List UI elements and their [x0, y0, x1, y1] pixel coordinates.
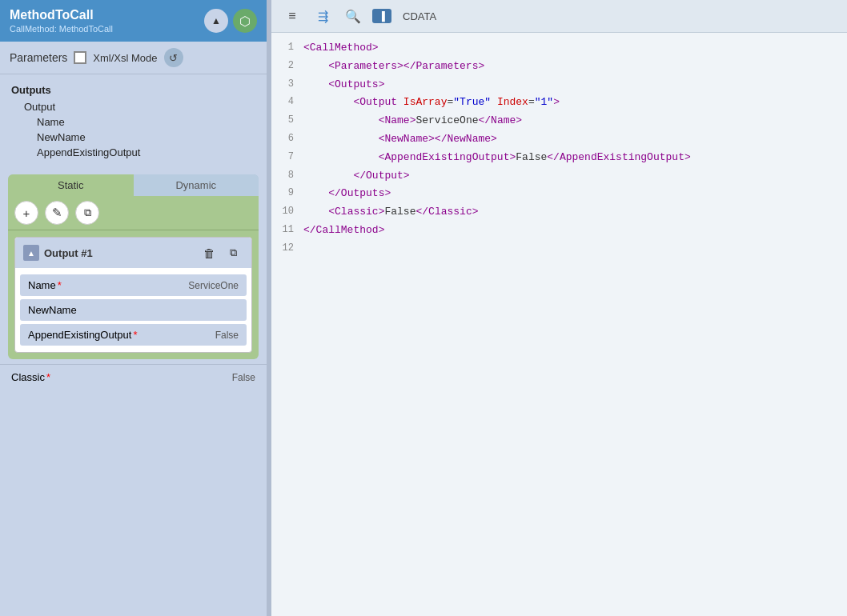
add-button[interactable]: + [14, 201, 38, 225]
code-line: 7 <AppendExistingOutput>False</AppendExi… [271, 149, 847, 167]
required-star-name: * [58, 279, 62, 291]
cdata-label: CDATA [403, 10, 436, 22]
code-area[interactable]: 1<CallMethod>2 <Parameters></Parameters>… [271, 33, 847, 616]
code-line: 6 <NewName></NewName> [271, 130, 847, 149]
field-label-newname: NewName [28, 304, 77, 316]
header-icons: ▲ ⬡ [204, 9, 257, 33]
left-panel: MethodToCall CallMethod: MethodToCall ▲ … [0, 0, 268, 616]
tab-dynamic[interactable]: Dynamic [134, 174, 259, 196]
code-line: 5 <Name>ServiceOne</Name> [271, 112, 847, 130]
field-row-newname: NewName [20, 299, 247, 321]
collapse-button[interactable]: ▲ [204, 9, 228, 33]
code-line: 1<CallMethod> [271, 39, 847, 58]
required-star-append: * [133, 329, 137, 341]
classic-label: Classic* [11, 371, 50, 383]
refresh-header-button[interactable]: ⬡ [233, 9, 257, 33]
code-line: 9 </Outputs> [271, 185, 847, 203]
field-label-name: Name* [28, 279, 62, 291]
parameters-label: Parameters [10, 51, 67, 64]
code-line: 8 </Output> [271, 167, 847, 186]
search-button[interactable]: 🔍 [342, 5, 364, 27]
refresh-button[interactable]: ↺ [164, 48, 183, 67]
code-line: 11</CallMethod> [271, 222, 847, 240]
tree-append: AppendExistingOutput [11, 145, 255, 160]
field-value-name: ServiceOne [188, 280, 239, 291]
output-collapse-button[interactable]: ▲ [23, 245, 39, 261]
edit-button[interactable]: ✎ [45, 201, 69, 225]
output-section: ▲ Output #1 🗑 ⧉ Name* ServiceOne [8, 230, 259, 359]
header-title-block: MethodToCall CallMethod: MethodToCall [10, 8, 113, 34]
xml-xsl-checkbox[interactable] [74, 51, 86, 64]
code-line: 3 <Outputs> [271, 76, 847, 94]
tree-name: Name [11, 114, 255, 130]
code-line: 4 <Output IsArray="True" Index="1"> [271, 94, 847, 112]
tree-outputs: Outputs [11, 82, 255, 98]
output-card-actions: 🗑 ⧉ [199, 242, 243, 263]
field-label-append: AppendExistingOutput* [28, 329, 137, 341]
output-card-title: ▲ Output #1 [23, 245, 93, 261]
delete-output-button[interactable]: 🗑 [199, 242, 219, 263]
tab-static[interactable]: Static [8, 174, 134, 196]
output-card-header: ▲ Output #1 🗑 ⧉ [15, 238, 251, 268]
output-card: ▲ Output #1 🗑 ⧉ Name* ServiceOne [14, 237, 252, 353]
code-line: 12 [271, 240, 847, 257]
tree-section: Outputs Output Name NewName AppendExisti… [0, 74, 267, 168]
static-toolbar: + ✎ ⧉ [8, 196, 259, 230]
tabs-container: Static Dynamic [8, 174, 259, 196]
panel-title: MethodToCall [10, 8, 113, 22]
copy-button[interactable]: ⧉ [75, 201, 99, 225]
field-row-name: Name* ServiceOne [20, 274, 247, 296]
output-card-title-text: Output #1 [44, 247, 93, 259]
parameters-row: Parameters Xml/Xsl Mode ↺ [0, 42, 267, 74]
field-value-append: False [215, 330, 239, 341]
indent-button[interactable]: ⇶ [311, 5, 334, 27]
view-toggle-button[interactable]: ▐ [372, 9, 391, 23]
panel-subtitle: CallMethod: MethodToCall [10, 24, 113, 34]
panel-header: MethodToCall CallMethod: MethodToCall ▲ … [0, 0, 267, 42]
right-panel: ≡ ⇶ 🔍 ▐ CDATA 1<CallMethod>2 <Parameters… [271, 0, 847, 616]
required-star-classic: * [46, 371, 50, 383]
format-button[interactable]: ≡ [281, 5, 303, 27]
duplicate-output-button[interactable]: ⧉ [223, 242, 243, 263]
tree-output: Output [11, 99, 255, 114]
field-row-append: AppendExistingOutput* False [20, 324, 247, 346]
classic-value: False [232, 372, 255, 383]
code-line: 10 <Classic>False</Classic> [271, 203, 847, 222]
classic-row: Classic* False [0, 364, 267, 390]
output-card-body: Name* ServiceOne NewName AppendExistingO… [15, 268, 251, 352]
code-line: 2 <Parameters></Parameters> [271, 58, 847, 76]
editor-toolbar: ≡ ⇶ 🔍 ▐ CDATA [271, 0, 847, 33]
tree-newname: NewName [11, 130, 255, 145]
xml-xsl-label: Xml/Xsl Mode [93, 52, 157, 64]
